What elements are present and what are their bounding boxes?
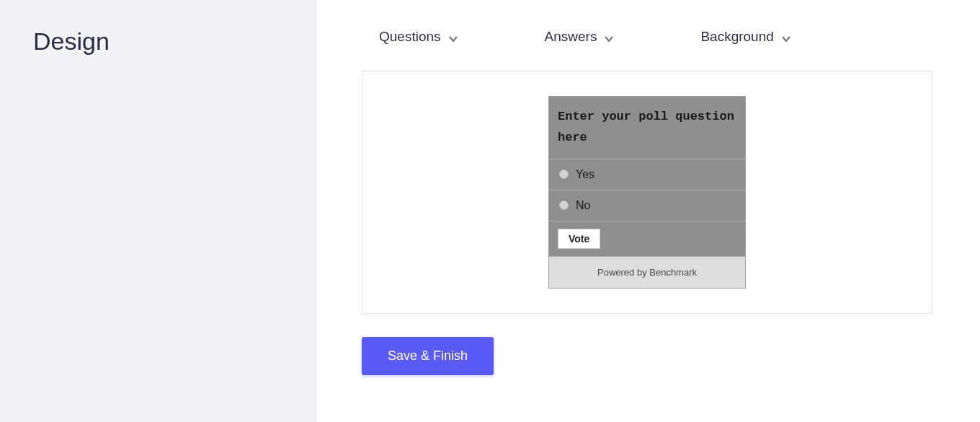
poll-option-yes[interactable]: Yes (549, 159, 745, 190)
sidebar: Design (0, 0, 317, 422)
tab-label: Background (700, 29, 773, 45)
tabs-row: Questions Answers Background (362, 29, 935, 45)
tab-label: Answers (545, 29, 597, 45)
save-finish-button[interactable]: Save & Finish (362, 337, 494, 375)
chevron-down-icon (604, 32, 614, 42)
tab-answers[interactable]: Answers (545, 29, 615, 45)
vote-button[interactable]: Vote (558, 229, 600, 249)
radio-icon (559, 170, 569, 179)
poll-footer: Powered by Benchmark (549, 257, 745, 288)
poll-option-label: No (576, 199, 590, 212)
poll-vote-row: Vote (549, 221, 745, 257)
poll-option-label: Yes (576, 168, 594, 181)
chevron-down-icon (781, 32, 791, 42)
tab-questions[interactable]: Questions (379, 29, 458, 45)
preview-panel: Enter your poll question here Yes No Vot… (362, 71, 932, 314)
poll-option-no[interactable]: No (549, 190, 745, 221)
poll-question[interactable]: Enter your poll question here (549, 97, 745, 159)
main-content: Questions Answers Background Enter your … (317, 0, 980, 422)
page-title: Design (33, 27, 284, 56)
chevron-down-icon (448, 32, 458, 42)
poll-widget: Enter your poll question here Yes No Vot… (548, 96, 746, 289)
tab-background[interactable]: Background (700, 29, 790, 45)
radio-icon (559, 201, 569, 210)
tab-label: Questions (379, 29, 441, 45)
